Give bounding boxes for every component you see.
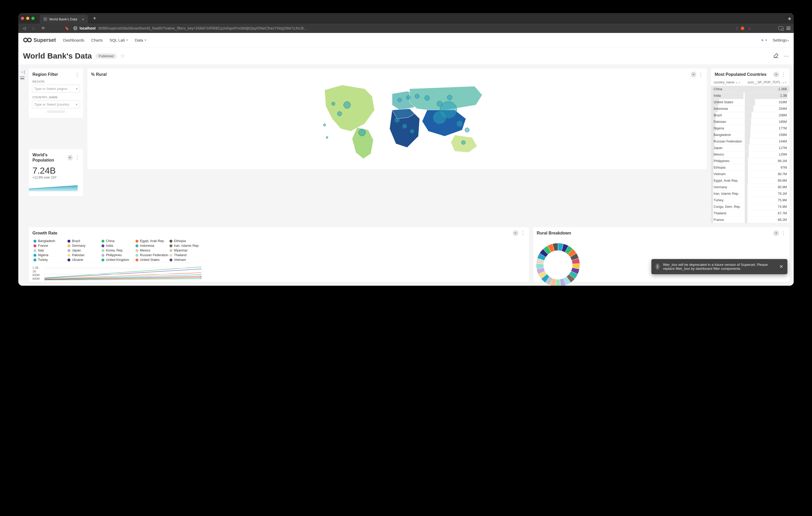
world-map[interactable] — [87, 79, 707, 162]
legend-item[interactable]: Italy — [33, 249, 67, 252]
maximize-window-icon[interactable] — [31, 17, 34, 20]
table-row[interactable]: Vietnam90.7M — [711, 171, 789, 178]
reload-button[interactable]: ⟳ — [40, 26, 46, 31]
legend-item[interactable]: United States — [136, 258, 170, 262]
col-country[interactable]: country_name▲▼ — [711, 79, 745, 86]
legend-item[interactable]: United Kingdom — [102, 258, 136, 262]
legend-item[interactable]: Germany — [67, 244, 102, 247]
legend-item[interactable]: Thailand — [170, 253, 204, 257]
legend-item[interactable]: Iran, Islamic Rep. — [170, 244, 204, 247]
legend-item[interactable]: Brazil — [67, 239, 102, 243]
panel-filter-icon[interactable]: ⏷ — [773, 230, 779, 236]
table-row[interactable]: Bangladesh159M — [711, 132, 789, 138]
tab-close-icon[interactable]: × — [82, 17, 84, 22]
table-row[interactable]: Ethiopia97M — [711, 164, 789, 171]
table-row[interactable]: Iran, Islamic Rep.78.1M — [711, 190, 789, 197]
table-row[interactable]: Pakistan185M — [711, 119, 789, 125]
panel-menu-icon[interactable]: ⋮ — [75, 155, 80, 160]
table-row[interactable]: Russian Federation144M — [711, 138, 789, 145]
panel-title: World's Population — [32, 152, 67, 163]
nav-sql-lab[interactable]: SQL Lab — [110, 38, 128, 42]
table-row[interactable]: Thailand67.7M — [711, 210, 789, 217]
toast-close-icon[interactable]: ✕ — [779, 264, 783, 270]
row-value: 127M — [779, 146, 787, 150]
table-row[interactable]: Brazil206M — [711, 112, 789, 119]
more-actions-icon[interactable]: ⋯ — [784, 53, 789, 59]
panel-filter-icon[interactable]: ⏷ — [691, 72, 696, 78]
row-value: 78.1M — [778, 192, 787, 195]
panel-menu-icon[interactable]: ⋮ — [781, 72, 786, 78]
brave-shields-icon[interactable]: ⬣ — [741, 26, 745, 31]
panel-menu-icon[interactable]: ⋮ — [75, 72, 80, 78]
panel-menu-icon[interactable]: ⋮ — [781, 230, 786, 236]
legend-swatch-icon — [170, 240, 172, 243]
browser-tab[interactable]: World Bank's Data × — [40, 14, 88, 24]
legend-item[interactable]: Mexico — [136, 249, 170, 252]
legend-item[interactable]: Turkey — [33, 258, 67, 262]
legend-item[interactable]: Pakistan — [67, 253, 102, 257]
panel-filter-icon[interactable]: ⏷ — [513, 230, 519, 236]
legend-item[interactable]: Vietnam — [170, 258, 204, 262]
table-row[interactable]: China1.36B — [711, 86, 789, 93]
edit-dashboard-icon[interactable] — [773, 53, 779, 60]
legend-item[interactable]: Philippines — [102, 253, 136, 257]
status-badge[interactable]: Published — [95, 53, 117, 59]
url-host: localhost — [80, 26, 95, 30]
site-info-icon[interactable]: i — [73, 26, 78, 30]
row-value: 159M — [779, 133, 787, 137]
table-row[interactable]: Mexico125M — [711, 151, 789, 158]
back-button[interactable]: ◁ — [22, 26, 27, 31]
nav-data[interactable]: Data — [135, 38, 146, 42]
legend-item[interactable]: Myanmar — [170, 249, 204, 252]
legend-item[interactable]: Ethiopia — [170, 239, 204, 243]
pip-icon[interactable] — [779, 26, 783, 30]
legend-item[interactable]: Bangladesh — [33, 239, 67, 243]
table-row[interactable]: Japan127M — [711, 145, 789, 151]
legend-item[interactable]: India — [102, 244, 136, 247]
expand-filters-icon[interactable]: →| — [20, 69, 25, 74]
nav-charts[interactable]: Charts — [91, 38, 103, 42]
nav-dashboards[interactable]: Dashboards — [63, 38, 85, 42]
table-row[interactable]: Egypt, Arab Rep.89.6M — [711, 178, 789, 184]
legend-item[interactable]: France — [33, 244, 67, 247]
nav-settings[interactable]: Settings — [773, 38, 789, 42]
panel-filter-icon[interactable]: ⏷ — [67, 155, 73, 160]
table-row[interactable]: United States319M — [711, 99, 789, 105]
url-bar[interactable]: i localhost :8088/superset/dashboard/wor… — [73, 26, 733, 30]
region-select[interactable]: Type or Select [region — [32, 85, 80, 93]
minimize-window-icon[interactable] — [26, 17, 29, 20]
col-pop[interactable]: sum__SP_POP_TOTL▲▼ — [745, 79, 789, 86]
favorite-star-icon[interactable]: ☆ — [120, 53, 125, 59]
panel-filter-icon[interactable]: ⏷ — [773, 72, 779, 78]
add-new-button[interactable]: ＋ — [760, 38, 767, 42]
table-row[interactable]: Philippines99.1M — [711, 158, 789, 164]
forward-button[interactable]: ▷ — [31, 26, 37, 31]
country-select[interactable]: Type or Select [country — [32, 100, 80, 108]
legend-item[interactable]: Nigeria — [33, 253, 67, 257]
table-row[interactable]: Indonesia254M — [711, 105, 789, 112]
table-row[interactable]: Germany80.9M — [711, 184, 789, 190]
bookmark-icon[interactable]: 🔖 — [64, 26, 69, 30]
brave-rewards-icon[interactable]: ▲ — [748, 26, 751, 30]
close-window-icon[interactable] — [21, 17, 24, 20]
legend-label: Brazil — [72, 239, 80, 243]
legend-item[interactable]: Egypt, Arab Rep. — [136, 239, 170, 243]
row-value: 74.9M — [778, 205, 787, 209]
legend-item[interactable]: Russian Federation — [136, 253, 170, 257]
app-brand[interactable]: Superset — [23, 37, 56, 43]
table-row[interactable]: India1.3B — [711, 93, 789, 99]
browser-menu-icon[interactable] — [786, 27, 790, 30]
legend-item[interactable]: Ukraine — [67, 258, 102, 262]
panel-menu-icon[interactable]: ⋮ — [521, 230, 525, 236]
new-tab-button[interactable]: + — [93, 16, 96, 22]
table-row[interactable]: Congo, Dem. Rep.74.9M — [711, 204, 789, 210]
legend-item[interactable]: Indonesia — [136, 244, 170, 247]
filters-icon[interactable] — [20, 77, 25, 79]
legend-item[interactable]: China — [102, 239, 136, 243]
table-row[interactable]: France66.2M — [711, 217, 789, 223]
legend-item[interactable]: Japan — [67, 249, 102, 252]
table-row[interactable]: Nigeria177M — [711, 125, 789, 132]
panel-menu-icon[interactable]: ⋮ — [698, 72, 703, 78]
table-row[interactable]: Turkey75.9M — [711, 197, 789, 204]
legend-item[interactable]: Korea, Rep. — [102, 249, 136, 252]
